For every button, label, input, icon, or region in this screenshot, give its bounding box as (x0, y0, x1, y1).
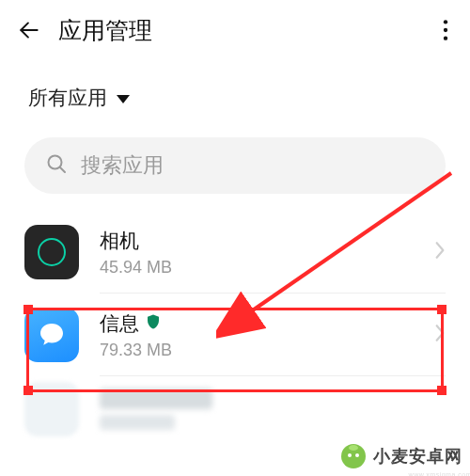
filter-dropdown[interactable]: 所有应用 (0, 60, 470, 132)
caret-down-icon (117, 87, 130, 109)
app-name: 相机 (100, 228, 434, 254)
chevron-right-icon (434, 241, 446, 263)
search-icon (45, 152, 68, 179)
svg-point-3 (444, 37, 447, 40)
more-icon[interactable] (442, 18, 449, 42)
app-row-camera[interactable]: 相机 45.94 MB (0, 211, 470, 294)
app-size: 45.94 MB (100, 258, 434, 278)
chevron-right-icon (434, 324, 446, 346)
watermark-text: 小麦安卓网 (373, 445, 462, 468)
filter-label: 所有应用 (28, 85, 107, 111)
watermark-url: www.xmsigma.com (409, 471, 470, 476)
back-icon[interactable] (17, 18, 41, 42)
app-name: 信息 (100, 310, 139, 337)
svg-point-1 (444, 20, 447, 24)
app-row-messages[interactable]: 信息 79.33 MB (0, 294, 470, 376)
page-title: 应用管理 (58, 15, 152, 46)
svg-line-6 (60, 167, 65, 172)
svg-point-10 (349, 445, 358, 451)
camera-icon (24, 225, 79, 279)
app-icon-obscured (24, 382, 79, 436)
svg-marker-4 (117, 95, 130, 103)
messages-icon (24, 308, 79, 362)
watermark: 小麦安卓网 (339, 442, 462, 470)
search-input[interactable]: 搜索应用 (24, 137, 446, 194)
obscured-text (100, 415, 175, 430)
app-row-obscured[interactable] (0, 376, 470, 442)
svg-point-11 (348, 453, 352, 457)
obscured-text (100, 389, 212, 409)
watermark-icon (339, 442, 368, 470)
svg-point-2 (444, 28, 447, 32)
search-placeholder: 搜索应用 (81, 151, 164, 180)
app-list: 相机 45.94 MB 信息 (0, 207, 470, 442)
svg-point-12 (355, 453, 359, 457)
app-size: 79.33 MB (100, 341, 434, 360)
shield-icon (145, 312, 162, 335)
